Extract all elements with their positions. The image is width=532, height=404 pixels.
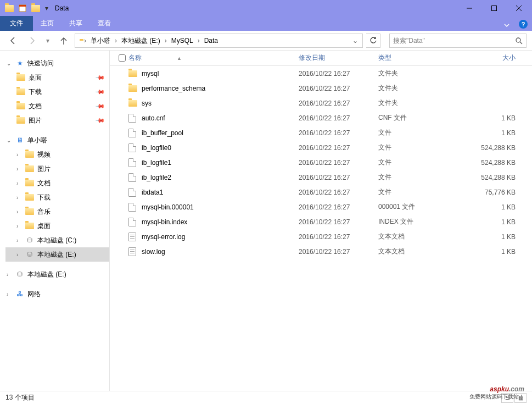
sidebar-quick-access-header[interactable]: ⌄ ★ 快速访问	[5, 56, 109, 70]
sidebar-item-downloads[interactable]: ›下载	[5, 190, 109, 204]
ribbon: 文件 主页 共享 查看 ?	[0, 16, 532, 31]
file-type: INDEX 文件	[378, 217, 458, 226]
search-input[interactable]	[393, 37, 515, 45]
sidebar-item-label: 桌面	[29, 73, 42, 82]
nav-forward-button[interactable]	[24, 33, 40, 48]
sidebar-item-label: 图片	[29, 116, 42, 125]
chevron-right-icon[interactable]: ›	[16, 223, 22, 229]
sidebar-item-desktop[interactable]: ›桌面	[5, 219, 109, 233]
sidebar-item-videos[interactable]: ›视频	[5, 147, 109, 162]
file-row[interactable]: ib_logfile12016/10/22 16:27文件524,288 KB	[110, 155, 532, 170]
sidebar-item-music[interactable]: ›音乐	[5, 204, 109, 219]
chevron-right-icon[interactable]: ›	[164, 37, 168, 45]
sidebar-item-desktop[interactable]: 桌面📌	[5, 70, 109, 85]
sidebar-item-documents[interactable]: ›文档	[5, 176, 109, 190]
sidebar-network: ›🖧网络	[5, 287, 109, 301]
svg-rect-3	[491, 6, 496, 11]
maximize-button[interactable]	[481, 1, 506, 16]
file-type: 000001 文件	[378, 202, 458, 212]
sidebar-item-label: 图片	[37, 164, 51, 174]
select-all-checkbox[interactable]	[115, 54, 128, 62]
file-row[interactable]: mysql-bin.index2016/10/22 16:27INDEX 文件1…	[110, 214, 532, 229]
file-row[interactable]: ib_logfile02016/10/22 16:27文件524,288 KB	[110, 140, 532, 155]
file-row[interactable]: sys2016/10/22 16:27文件夹	[110, 96, 532, 110]
view-icons-button[interactable]: ▦	[514, 393, 527, 403]
file-pane: 名称▲ 修改日期 类型 大小 mysql2016/10/22 16:27文件夹p…	[110, 51, 532, 391]
column-type[interactable]: 类型	[378, 53, 458, 63]
file-row[interactable]: mysql2016/10/22 16:27文件夹	[110, 66, 532, 81]
refresh-button[interactable]	[366, 34, 380, 48]
file-icon	[128, 143, 142, 152]
file-row[interactable]: ibdata12016/10/22 16:27文件75,776 KB	[110, 185, 532, 200]
close-button[interactable]	[506, 1, 531, 16]
textfile-icon	[128, 247, 142, 256]
file-type: 文件	[378, 173, 458, 182]
column-size[interactable]: 大小	[458, 53, 532, 63]
chevron-down-icon[interactable]: ⌄	[7, 137, 12, 143]
file-type: 文件夹	[378, 84, 458, 93]
sidebar-item-label: 单小嗒	[27, 136, 47, 145]
ribbon-expand-icon[interactable]	[499, 20, 514, 31]
sidebar-item-drive-e-root[interactable]: ›⛁本地磁盘 (E:)	[5, 267, 109, 281]
file-row[interactable]: auto.cnf2016/10/22 16:27CNF 文件1 KB	[110, 110, 532, 125]
sidebar-item-pictures[interactable]: ›图片	[5, 162, 109, 176]
file-row[interactable]: ib_logfile22016/10/22 16:27文件524,288 KB	[110, 170, 532, 185]
tab-view[interactable]: 查看	[90, 16, 119, 31]
breadcrumb-seg-1[interactable]: 本地磁盘 (E:)	[118, 34, 164, 47]
sidebar-this-pc-header[interactable]: ⌄ 🖥 单小嗒	[5, 133, 109, 147]
qat-properties-icon[interactable]	[16, 2, 29, 14]
chevron-right-icon[interactable]: ›	[83, 37, 87, 45]
search-box[interactable]	[389, 34, 527, 48]
nav-recent-dropdown[interactable]: ▾	[43, 33, 53, 48]
folder-icon	[128, 85, 142, 92]
chevron-right-icon[interactable]: ›	[7, 272, 12, 278]
minimize-button[interactable]	[457, 1, 481, 16]
tab-home[interactable]: 主页	[33, 16, 61, 31]
file-row[interactable]: mysql-bin.0000012016/10/22 16:27000001 文…	[110, 200, 532, 214]
file-row[interactable]: mysql-error.log2016/10/22 16:27文本文档1 KB	[110, 229, 532, 244]
sidebar-item-downloads[interactable]: 下载📌	[5, 85, 109, 99]
svg-line-8	[520, 42, 522, 44]
nav-back-button[interactable]	[5, 33, 21, 48]
chevron-right-icon[interactable]: ›	[16, 180, 22, 186]
sidebar-item-drive-c[interactable]: ›⛁本地磁盘 (C:)	[5, 233, 109, 247]
chevron-right-icon[interactable]: ›	[114, 37, 118, 45]
column-headers: 名称▲ 修改日期 类型 大小	[110, 51, 532, 66]
chevron-right-icon[interactable]: ›	[16, 166, 22, 172]
file-row[interactable]: performance_schema2016/10/22 16:27文件夹	[110, 81, 532, 96]
column-date[interactable]: 修改日期	[299, 53, 378, 63]
tab-share[interactable]: 共享	[61, 16, 90, 31]
chevron-right-icon[interactable]: ›	[197, 37, 201, 45]
folder-icon	[16, 74, 25, 81]
search-icon[interactable]	[515, 37, 523, 45]
breadcrumb-seg-0[interactable]: 单小嗒	[87, 34, 114, 47]
chevron-right-icon[interactable]: ›	[16, 252, 22, 258]
chevron-right-icon[interactable]: ›	[7, 291, 12, 297]
sidebar-item-pictures[interactable]: 图片📌	[5, 113, 109, 128]
chevron-right-icon[interactable]: ›	[16, 209, 22, 215]
file-size: 524,288 KB	[458, 159, 532, 167]
sidebar-item-network[interactable]: ›🖧网络	[5, 287, 109, 301]
help-button[interactable]: ?	[519, 20, 528, 29]
pin-icon: 📌	[94, 86, 105, 97]
qat-newfolder-icon[interactable]	[30, 2, 42, 14]
file-icon	[128, 218, 142, 226]
file-row[interactable]: ib_buffer_pool2016/10/22 16:27文件1 KB	[110, 125, 532, 140]
breadcrumb[interactable]: › 单小嗒 › 本地磁盘 (E:) › MySQL › Data ⌄	[75, 34, 363, 48]
qat-dropdown-icon[interactable]: ▾	[43, 2, 51, 14]
sidebar-item-drive-e[interactable]: ›⛁本地磁盘 (E:)	[5, 247, 109, 262]
chevron-right-icon[interactable]: ›	[16, 152, 22, 158]
chevron-right-icon[interactable]: ›	[16, 195, 22, 201]
tab-file[interactable]: 文件	[0, 16, 33, 31]
chevron-right-icon[interactable]: ›	[16, 237, 22, 243]
nav-up-button[interactable]	[56, 33, 71, 48]
breadcrumb-seg-3[interactable]: Data	[201, 34, 221, 47]
view-details-button[interactable]: ☰	[501, 393, 513, 403]
app-icon[interactable]	[3, 2, 15, 14]
sidebar-item-documents[interactable]: 文档📌	[5, 99, 109, 113]
column-name[interactable]: 名称▲	[128, 53, 299, 63]
breadcrumb-seg-2[interactable]: MySQL	[168, 34, 197, 47]
file-row[interactable]: slow.log2016/10/22 16:27文本文档1 KB	[110, 244, 532, 259]
chevron-down-icon[interactable]: ⌄	[7, 60, 12, 67]
breadcrumb-dropdown-icon[interactable]: ⌄	[349, 37, 361, 45]
